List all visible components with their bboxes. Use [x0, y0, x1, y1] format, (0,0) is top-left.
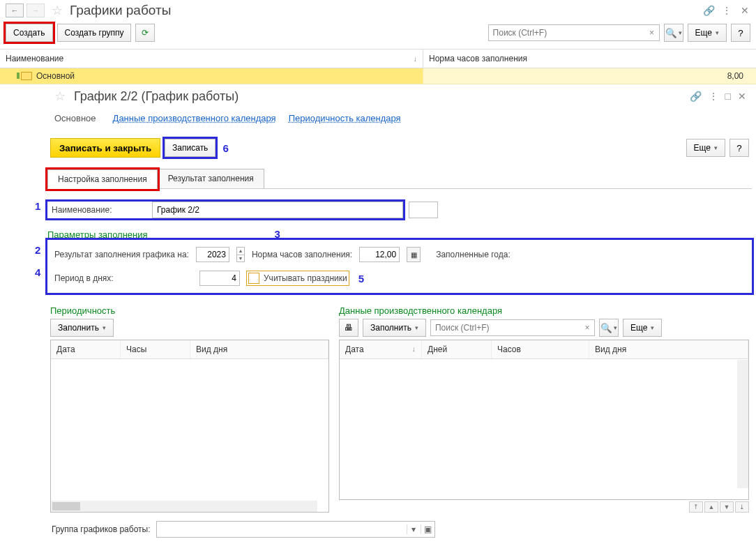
calculator-icon[interactable]: ▦: [407, 247, 421, 262]
move-up-icon[interactable]: ▲: [704, 501, 718, 513]
section-title-params: Параметры заполнения: [47, 229, 148, 240]
search-field-wrap: ×: [488, 24, 660, 41]
more-button[interactable]: Еще▾: [688, 24, 727, 42]
table-row[interactable]: Основной 8,00: [0, 68, 756, 84]
periodicity-grid[interactable]: Дата Часы Вид дня: [50, 340, 329, 513]
col-daytype[interactable]: Вид дня: [190, 340, 328, 358]
create-button-label: Создать: [13, 28, 45, 38]
item-icon: [21, 72, 32, 80]
group-label: Группа графиков работы:: [52, 524, 151, 534]
move-top-icon[interactable]: ⤒: [689, 501, 703, 513]
annotation-1: 1: [32, 200, 43, 212]
more-label: Еще: [695, 28, 712, 38]
col-daytype2[interactable]: Вид дня: [589, 340, 748, 358]
h-scrollbar[interactable]: [51, 501, 317, 512]
tab-settings-label: Настройка заполнения: [58, 174, 147, 184]
col-header-norm[interactable]: Норма часов заполнения: [423, 50, 756, 68]
save-button[interactable]: Записать: [165, 139, 216, 157]
search-input[interactable]: [489, 28, 645, 38]
calendar-clear-search-icon[interactable]: ×: [580, 323, 594, 333]
calendar-search-input[interactable]: [431, 323, 580, 333]
link-icon[interactable]: 🔗: [703, 5, 714, 16]
row-norm: 8,00: [423, 68, 756, 84]
create-button[interactable]: Создать: [6, 24, 53, 42]
row-name: Основной: [36, 71, 75, 81]
tab-result-label: Результат заполнения: [168, 174, 254, 183]
norm-input[interactable]: [359, 247, 400, 262]
sub-maximize-icon[interactable]: □: [725, 91, 731, 102]
calendar-grid[interactable]: Дата↓ Дней Часов Вид дня: [339, 340, 749, 500]
annotation-2: 2: [32, 244, 43, 256]
clear-search-icon[interactable]: ×: [645, 28, 659, 38]
refresh-icon-button[interactable]: ⟳: [135, 24, 155, 42]
col-header-name[interactable]: Наименование ↓: [0, 50, 423, 68]
calendar-search-button[interactable]: 🔍▾: [599, 319, 619, 337]
filled-years-label: Заполненные года:: [436, 250, 511, 259]
col-hours[interactable]: Часы: [121, 340, 190, 358]
search-button[interactable]: 🔍▾: [664, 24, 683, 42]
sub-favorite-star-icon[interactable]: ☆: [54, 89, 66, 104]
annotation-5: 5: [356, 273, 367, 285]
open-dialog-icon[interactable]: ▣: [421, 524, 434, 534]
nav-link-main[interactable]: Основное: [50, 111, 100, 126]
tab-settings[interactable]: Настройка заполнения: [47, 169, 158, 189]
help-label: ?: [738, 28, 743, 38]
dropdown-icon[interactable]: ▾: [407, 524, 421, 534]
col-date2[interactable]: Дата: [345, 344, 412, 354]
year-spinner[interactable]: ▲▼: [236, 247, 245, 262]
periodicity-fill-button[interactable]: Заполнить▾: [50, 319, 114, 337]
nav-link-periodicity[interactable]: Периодичность календаря: [289, 113, 401, 123]
annotation-3: 3: [272, 228, 283, 240]
nav-back-button[interactable]: ←: [6, 3, 24, 17]
close-icon[interactable]: ✕: [739, 5, 750, 16]
holidays-checkbox[interactable]: [248, 273, 259, 284]
col-date[interactable]: Дата: [51, 340, 121, 358]
period-label: Период в днях:: [54, 273, 192, 283]
refresh-icon: ⟳: [142, 28, 149, 38]
year-input[interactable]: [196, 247, 229, 262]
calendar-fill-button[interactable]: Заполнить▾: [363, 319, 426, 337]
save-close-label: Записать и закрыть: [59, 143, 151, 153]
sub-help-button[interactable]: ?: [729, 139, 749, 157]
periodicity-fill-label: Заполнить: [58, 323, 99, 333]
sub-link-icon[interactable]: 🔗: [690, 91, 702, 102]
col-header-norm-label: Норма часов заполнения: [429, 54, 527, 63]
sub-kebab-icon[interactable]: ⋮: [709, 91, 718, 102]
section-title-periodicity: Периодичность: [50, 305, 329, 316]
move-down-icon[interactable]: ▼: [720, 501, 734, 513]
col-days[interactable]: Дней: [422, 340, 492, 358]
name-code-input[interactable]: [409, 202, 438, 218]
move-bottom-icon[interactable]: ⤓: [735, 501, 749, 513]
sub-help-label: ?: [736, 143, 741, 153]
create-group-label: Создать группу: [65, 28, 124, 38]
col-hours2[interactable]: Часов: [492, 340, 589, 358]
name-field-input[interactable]: [152, 202, 403, 218]
save-label: Записать: [172, 143, 208, 153]
annotation-6: 6: [220, 142, 231, 154]
save-and-close-button[interactable]: Записать и закрыть: [50, 138, 160, 158]
sub-more-button[interactable]: Еще▾: [686, 139, 725, 157]
period-input[interactable]: [199, 271, 240, 286]
sort-indicator-icon: ↓: [414, 54, 418, 63]
nav-link-calendar-data[interactable]: Данные производственного календаря: [113, 113, 276, 123]
group-input[interactable]: [157, 524, 407, 535]
create-group-button[interactable]: Создать группу: [57, 24, 132, 42]
sub-close-icon[interactable]: ✕: [738, 91, 746, 102]
help-button[interactable]: ?: [731, 24, 750, 42]
calendar-more-label: Еще: [630, 323, 647, 333]
print-button[interactable]: 🖶: [339, 319, 358, 337]
v-scrollbar[interactable]: [737, 360, 748, 488]
col-header-name-label: Наименование: [6, 54, 63, 63]
calendar-fill-label: Заполнить: [370, 323, 411, 333]
sort-icon: ↓: [412, 344, 416, 354]
tab-result[interactable]: Результат заполнения: [158, 169, 264, 188]
section-title-calendar-data: Данные производственного календаря: [339, 305, 749, 316]
calendar-more-button[interactable]: Еще▾: [623, 319, 662, 337]
search-icon: 🔍: [665, 28, 677, 38]
favorite-star-icon[interactable]: ☆: [52, 3, 63, 18]
search-icon: 🔍: [600, 323, 612, 333]
print-icon: 🖶: [345, 323, 353, 333]
nav-forward-button[interactable]: →: [27, 3, 45, 17]
calendar-search-wrap: ×: [430, 319, 595, 336]
kebab-menu-icon[interactable]: ⋮: [721, 5, 732, 16]
